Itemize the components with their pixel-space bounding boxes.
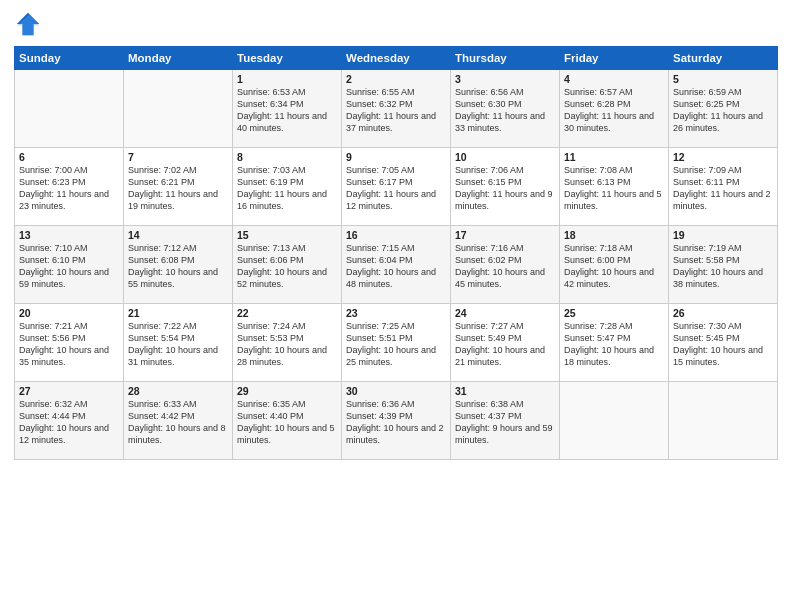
day-number: 2 <box>346 73 446 85</box>
day-info: Sunrise: 6:35 AM Sunset: 4:40 PM Dayligh… <box>237 398 337 447</box>
day-info: Sunrise: 6:53 AM Sunset: 6:34 PM Dayligh… <box>237 86 337 135</box>
day-info: Sunrise: 6:38 AM Sunset: 4:37 PM Dayligh… <box>455 398 555 447</box>
day-number: 20 <box>19 307 119 319</box>
calendar-table: SundayMondayTuesdayWednesdayThursdayFrid… <box>14 46 778 460</box>
logo <box>14 10 44 38</box>
day-info: Sunrise: 7:12 AM Sunset: 6:08 PM Dayligh… <box>128 242 228 291</box>
calendar-week-row: 20Sunrise: 7:21 AM Sunset: 5:56 PM Dayli… <box>15 304 778 382</box>
calendar-week-row: 1Sunrise: 6:53 AM Sunset: 6:34 PM Daylig… <box>15 70 778 148</box>
day-info: Sunrise: 7:06 AM Sunset: 6:15 PM Dayligh… <box>455 164 555 213</box>
day-info: Sunrise: 7:02 AM Sunset: 6:21 PM Dayligh… <box>128 164 228 213</box>
weekday-header-friday: Friday <box>560 47 669 70</box>
day-number: 19 <box>673 229 773 241</box>
day-info: Sunrise: 7:00 AM Sunset: 6:23 PM Dayligh… <box>19 164 119 213</box>
calendar-cell: 23Sunrise: 7:25 AM Sunset: 5:51 PM Dayli… <box>342 304 451 382</box>
calendar-cell: 7Sunrise: 7:02 AM Sunset: 6:21 PM Daylig… <box>124 148 233 226</box>
calendar-week-row: 27Sunrise: 6:32 AM Sunset: 4:44 PM Dayli… <box>15 382 778 460</box>
day-number: 13 <box>19 229 119 241</box>
day-info: Sunrise: 6:55 AM Sunset: 6:32 PM Dayligh… <box>346 86 446 135</box>
calendar-cell: 13Sunrise: 7:10 AM Sunset: 6:10 PM Dayli… <box>15 226 124 304</box>
calendar-cell <box>669 382 778 460</box>
calendar-cell: 29Sunrise: 6:35 AM Sunset: 4:40 PM Dayli… <box>233 382 342 460</box>
day-number: 11 <box>564 151 664 163</box>
calendar-cell <box>15 70 124 148</box>
calendar-cell: 2Sunrise: 6:55 AM Sunset: 6:32 PM Daylig… <box>342 70 451 148</box>
day-number: 26 <box>673 307 773 319</box>
day-info: Sunrise: 7:30 AM Sunset: 5:45 PM Dayligh… <box>673 320 773 369</box>
day-info: Sunrise: 6:59 AM Sunset: 6:25 PM Dayligh… <box>673 86 773 135</box>
calendar-cell: 6Sunrise: 7:00 AM Sunset: 6:23 PM Daylig… <box>15 148 124 226</box>
day-number: 21 <box>128 307 228 319</box>
day-info: Sunrise: 7:10 AM Sunset: 6:10 PM Dayligh… <box>19 242 119 291</box>
day-number: 3 <box>455 73 555 85</box>
calendar-cell: 3Sunrise: 6:56 AM Sunset: 6:30 PM Daylig… <box>451 70 560 148</box>
page-header <box>14 10 778 38</box>
day-number: 4 <box>564 73 664 85</box>
calendar-cell: 4Sunrise: 6:57 AM Sunset: 6:28 PM Daylig… <box>560 70 669 148</box>
weekday-header-saturday: Saturday <box>669 47 778 70</box>
calendar-cell: 25Sunrise: 7:28 AM Sunset: 5:47 PM Dayli… <box>560 304 669 382</box>
day-number: 15 <box>237 229 337 241</box>
calendar-cell: 21Sunrise: 7:22 AM Sunset: 5:54 PM Dayli… <box>124 304 233 382</box>
day-number: 6 <box>19 151 119 163</box>
day-number: 12 <box>673 151 773 163</box>
day-info: Sunrise: 7:15 AM Sunset: 6:04 PM Dayligh… <box>346 242 446 291</box>
day-number: 18 <box>564 229 664 241</box>
day-number: 10 <box>455 151 555 163</box>
calendar-cell: 28Sunrise: 6:33 AM Sunset: 4:42 PM Dayli… <box>124 382 233 460</box>
day-number: 27 <box>19 385 119 397</box>
day-info: Sunrise: 7:09 AM Sunset: 6:11 PM Dayligh… <box>673 164 773 213</box>
calendar-week-row: 13Sunrise: 7:10 AM Sunset: 6:10 PM Dayli… <box>15 226 778 304</box>
calendar-cell: 22Sunrise: 7:24 AM Sunset: 5:53 PM Dayli… <box>233 304 342 382</box>
day-info: Sunrise: 6:56 AM Sunset: 6:30 PM Dayligh… <box>455 86 555 135</box>
day-number: 25 <box>564 307 664 319</box>
day-number: 14 <box>128 229 228 241</box>
calendar-cell: 19Sunrise: 7:19 AM Sunset: 5:58 PM Dayli… <box>669 226 778 304</box>
calendar-cell: 9Sunrise: 7:05 AM Sunset: 6:17 PM Daylig… <box>342 148 451 226</box>
day-number: 7 <box>128 151 228 163</box>
day-number: 22 <box>237 307 337 319</box>
weekday-header-wednesday: Wednesday <box>342 47 451 70</box>
day-number: 23 <box>346 307 446 319</box>
day-number: 30 <box>346 385 446 397</box>
day-info: Sunrise: 7:22 AM Sunset: 5:54 PM Dayligh… <box>128 320 228 369</box>
day-number: 24 <box>455 307 555 319</box>
day-info: Sunrise: 7:21 AM Sunset: 5:56 PM Dayligh… <box>19 320 119 369</box>
calendar-cell: 5Sunrise: 6:59 AM Sunset: 6:25 PM Daylig… <box>669 70 778 148</box>
calendar-cell: 11Sunrise: 7:08 AM Sunset: 6:13 PM Dayli… <box>560 148 669 226</box>
calendar-cell: 8Sunrise: 7:03 AM Sunset: 6:19 PM Daylig… <box>233 148 342 226</box>
weekday-header-row: SundayMondayTuesdayWednesdayThursdayFrid… <box>15 47 778 70</box>
day-number: 1 <box>237 73 337 85</box>
day-info: Sunrise: 7:19 AM Sunset: 5:58 PM Dayligh… <box>673 242 773 291</box>
day-info: Sunrise: 7:08 AM Sunset: 6:13 PM Dayligh… <box>564 164 664 213</box>
day-number: 9 <box>346 151 446 163</box>
page-container: SundayMondayTuesdayWednesdayThursdayFrid… <box>0 0 792 466</box>
calendar-cell <box>560 382 669 460</box>
day-number: 5 <box>673 73 773 85</box>
day-number: 28 <box>128 385 228 397</box>
calendar-cell: 14Sunrise: 7:12 AM Sunset: 6:08 PM Dayli… <box>124 226 233 304</box>
day-info: Sunrise: 6:33 AM Sunset: 4:42 PM Dayligh… <box>128 398 228 447</box>
calendar-cell: 31Sunrise: 6:38 AM Sunset: 4:37 PM Dayli… <box>451 382 560 460</box>
calendar-cell: 26Sunrise: 7:30 AM Sunset: 5:45 PM Dayli… <box>669 304 778 382</box>
calendar-cell: 27Sunrise: 6:32 AM Sunset: 4:44 PM Dayli… <box>15 382 124 460</box>
day-info: Sunrise: 6:57 AM Sunset: 6:28 PM Dayligh… <box>564 86 664 135</box>
day-number: 31 <box>455 385 555 397</box>
day-info: Sunrise: 7:24 AM Sunset: 5:53 PM Dayligh… <box>237 320 337 369</box>
calendar-cell: 20Sunrise: 7:21 AM Sunset: 5:56 PM Dayli… <box>15 304 124 382</box>
day-info: Sunrise: 7:03 AM Sunset: 6:19 PM Dayligh… <box>237 164 337 213</box>
calendar-cell: 18Sunrise: 7:18 AM Sunset: 6:00 PM Dayli… <box>560 226 669 304</box>
calendar-cell <box>124 70 233 148</box>
weekday-header-thursday: Thursday <box>451 47 560 70</box>
calendar-cell: 10Sunrise: 7:06 AM Sunset: 6:15 PM Dayli… <box>451 148 560 226</box>
day-info: Sunrise: 6:32 AM Sunset: 4:44 PM Dayligh… <box>19 398 119 447</box>
calendar-cell: 16Sunrise: 7:15 AM Sunset: 6:04 PM Dayli… <box>342 226 451 304</box>
logo-icon <box>14 10 42 38</box>
day-number: 17 <box>455 229 555 241</box>
weekday-header-monday: Monday <box>124 47 233 70</box>
day-number: 8 <box>237 151 337 163</box>
calendar-cell: 17Sunrise: 7:16 AM Sunset: 6:02 PM Dayli… <box>451 226 560 304</box>
calendar-cell: 24Sunrise: 7:27 AM Sunset: 5:49 PM Dayli… <box>451 304 560 382</box>
day-info: Sunrise: 6:36 AM Sunset: 4:39 PM Dayligh… <box>346 398 446 447</box>
weekday-header-tuesday: Tuesday <box>233 47 342 70</box>
